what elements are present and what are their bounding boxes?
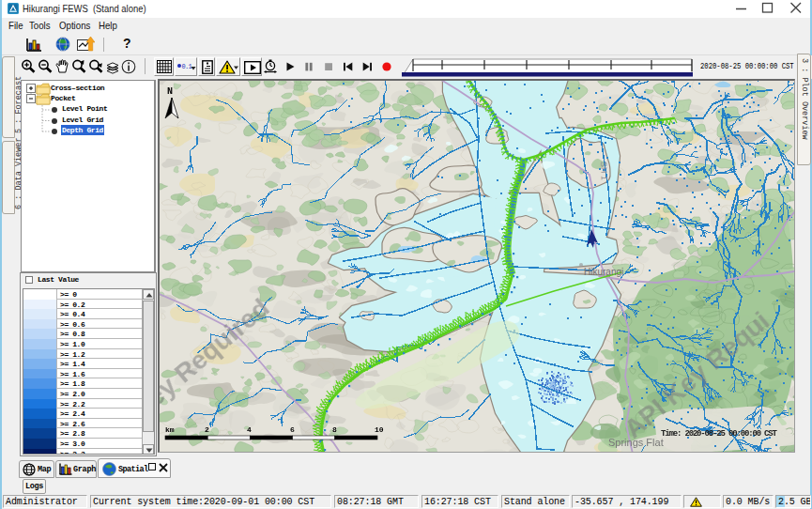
- svg-text:Time: 2020-08-25 00:00:00 CST: Time: 2020-08-25 00:00:00 CST: [661, 429, 778, 439]
- svg-text:km: km: [165, 425, 175, 434]
- svg-text:2: 2: [205, 425, 209, 434]
- svg-text:SH 1: SH 1: [599, 162, 609, 180]
- svg-text:4: 4: [247, 425, 252, 434]
- svg-text:Hikurangi: Hikurangi: [584, 267, 623, 277]
- svg-text:6: 6: [290, 425, 295, 434]
- svg-text:N: N: [167, 86, 173, 97]
- svg-text:Springs Flat: Springs Flat: [608, 437, 664, 448]
- svg-text:8: 8: [332, 425, 337, 434]
- svg-text:10: 10: [375, 425, 384, 434]
